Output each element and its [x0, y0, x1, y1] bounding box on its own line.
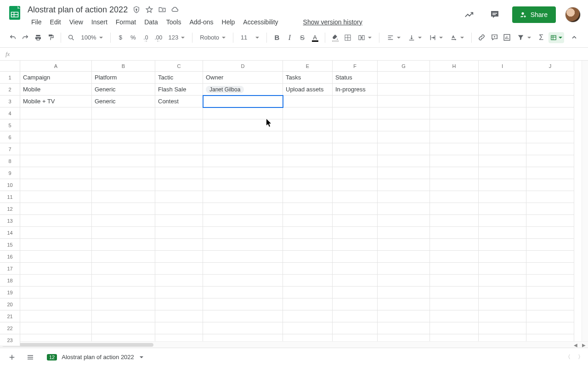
- cell-G7[interactable]: [378, 143, 430, 155]
- cell-I6[interactable]: [479, 131, 526, 143]
- cell-A20[interactable]: [20, 298, 92, 310]
- cell-G16[interactable]: [378, 251, 430, 263]
- cell-A22[interactable]: [20, 322, 92, 334]
- cell-G2[interactable]: [378, 84, 430, 96]
- cell-E22[interactable]: [283, 322, 333, 334]
- cell-E1[interactable]: Tasks: [283, 72, 333, 84]
- row-header-14[interactable]: 14: [0, 227, 20, 239]
- row-header-6[interactable]: 6: [0, 131, 20, 143]
- cell-E20[interactable]: [283, 298, 333, 310]
- cell-J16[interactable]: [526, 251, 574, 263]
- cell-I13[interactable]: [479, 215, 526, 227]
- cell-H12[interactable]: [430, 203, 479, 215]
- cell-E18[interactable]: [283, 275, 333, 287]
- cell-G14[interactable]: [378, 227, 430, 239]
- cell-E7[interactable]: [283, 143, 333, 155]
- cell-J13[interactable]: [526, 215, 574, 227]
- move-folder-icon[interactable]: [158, 6, 166, 14]
- cell-C19[interactable]: [155, 287, 203, 298]
- cell-C3[interactable]: Contest: [155, 96, 203, 107]
- cell-H6[interactable]: [430, 131, 479, 143]
- menu-file[interactable]: File: [28, 17, 45, 28]
- cell-A6[interactable]: [20, 131, 92, 143]
- cell-A4[interactable]: [20, 107, 92, 119]
- cell-J12[interactable]: [526, 203, 574, 215]
- cell-I4[interactable]: [479, 107, 526, 119]
- cell-H9[interactable]: [430, 167, 479, 179]
- cell-B7[interactable]: [92, 143, 155, 155]
- cell-D16[interactable]: [203, 251, 283, 263]
- paint-format-button[interactable]: [45, 31, 57, 44]
- cell-B2[interactable]: Generic: [92, 84, 155, 96]
- cell-E9[interactable]: [283, 167, 333, 179]
- cell-F11[interactable]: [333, 191, 378, 203]
- cell-B5[interactable]: [92, 119, 155, 131]
- cloud-saved-icon[interactable]: [171, 6, 179, 14]
- cell-F12[interactable]: [333, 203, 378, 215]
- cell-A12[interactable]: [20, 203, 92, 215]
- menu-data[interactable]: Data: [141, 17, 162, 28]
- cell-B13[interactable]: [92, 215, 155, 227]
- cell-D17[interactable]: [203, 263, 283, 275]
- cell-B15[interactable]: [92, 239, 155, 251]
- cell-A21[interactable]: [20, 310, 92, 322]
- zoom-out-icon[interactable]: [66, 31, 77, 44]
- cell-G5[interactable]: [378, 119, 430, 131]
- cell-D5[interactable]: [203, 119, 283, 131]
- cell-D8[interactable]: [203, 155, 283, 167]
- cell-G22[interactable]: [378, 322, 430, 334]
- cell-I12[interactable]: [479, 203, 526, 215]
- sheet-tab[interactable]: 12 Alostrat plan of action 2022: [41, 351, 149, 363]
- cell-F17[interactable]: [333, 263, 378, 275]
- cell-E19[interactable]: [283, 287, 333, 298]
- row-header-2[interactable]: 2: [0, 84, 20, 96]
- cell-C10[interactable]: [155, 179, 203, 191]
- cell-C21[interactable]: [155, 310, 203, 322]
- row-header-22[interactable]: 22: [0, 322, 20, 334]
- cell-H14[interactable]: [430, 227, 479, 239]
- cell-B19[interactable]: [92, 287, 155, 298]
- sheet-menu-caret[interactable]: [140, 356, 143, 358]
- cell-E13[interactable]: [283, 215, 333, 227]
- cell-G9[interactable]: [378, 167, 430, 179]
- insert-chart-button[interactable]: [502, 31, 513, 44]
- tab-scroll-left[interactable]: 〈: [565, 353, 571, 361]
- cell-D21[interactable]: [203, 310, 283, 322]
- cell-C11[interactable]: [155, 191, 203, 203]
- column-header-B[interactable]: B: [92, 61, 155, 72]
- cell-J17[interactable]: [526, 263, 574, 275]
- row-header-17[interactable]: 17: [0, 263, 20, 275]
- cell-I9[interactable]: [479, 167, 526, 179]
- cell-C16[interactable]: [155, 251, 203, 263]
- cell-B9[interactable]: [92, 167, 155, 179]
- cell-B17[interactable]: [92, 263, 155, 275]
- cell-D13[interactable]: [203, 215, 283, 227]
- cell-G10[interactable]: [378, 179, 430, 191]
- cell-H15[interactable]: [430, 239, 479, 251]
- cell-G1[interactable]: [378, 72, 430, 84]
- cell-C13[interactable]: [155, 215, 203, 227]
- row-header-13[interactable]: 13: [0, 215, 20, 227]
- menu-view[interactable]: View: [66, 17, 87, 28]
- font-family-select[interactable]: Roboto: [197, 34, 228, 41]
- cell-C6[interactable]: [155, 131, 203, 143]
- borders-button[interactable]: [343, 31, 354, 44]
- cell-I1[interactable]: [479, 72, 526, 84]
- version-history-link[interactable]: Show version history: [300, 17, 366, 28]
- column-header-A[interactable]: A: [20, 61, 92, 72]
- horizontal-align-button[interactable]: [384, 34, 403, 41]
- cell-E17[interactable]: [283, 263, 333, 275]
- cell-J19[interactable]: [526, 287, 574, 298]
- cell-B8[interactable]: [92, 155, 155, 167]
- cell-H21[interactable]: [430, 310, 479, 322]
- cell-H1[interactable]: [430, 72, 479, 84]
- cell-B11[interactable]: [92, 191, 155, 203]
- increase-decimal-button[interactable]: .00←: [153, 31, 164, 44]
- cell-C7[interactable]: [155, 143, 203, 155]
- cell-G8[interactable]: [378, 155, 430, 167]
- cell-A19[interactable]: [20, 287, 92, 298]
- add-sheet-button[interactable]: [5, 350, 19, 365]
- cell-H19[interactable]: [430, 287, 479, 298]
- currency-button[interactable]: $: [115, 31, 126, 44]
- cell-C2[interactable]: Flash Sale: [155, 84, 203, 96]
